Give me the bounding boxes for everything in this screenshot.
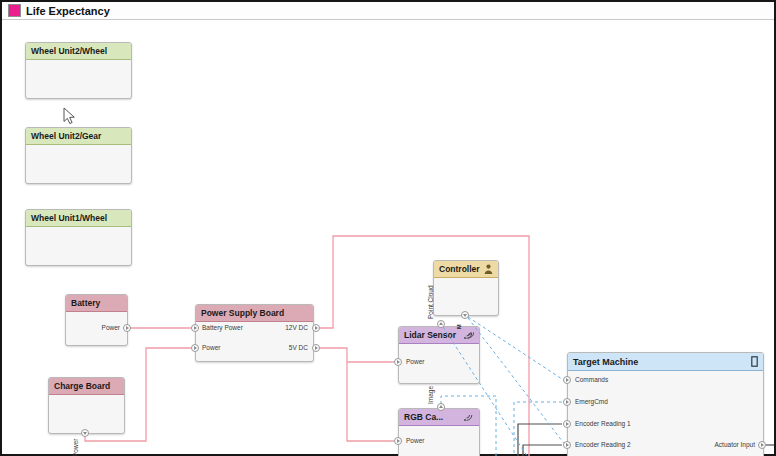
- port-chargeboard-power[interactable]: [81, 429, 89, 437]
- port-label-psb-12vdc: 12V DC: [255, 324, 308, 331]
- port-label-psb-power: Power: [202, 344, 220, 351]
- block-title: Power Supply Board: [201, 308, 284, 318]
- port-tm-actuator[interactable]: [758, 441, 766, 449]
- port-label-rgb-power: Power: [406, 437, 424, 444]
- port-label-tm-encoder2: Encoder Reading 2: [575, 441, 631, 448]
- port-label-tm-actuator: Actuator Input: [695, 441, 755, 448]
- port-psb-power[interactable]: [191, 344, 199, 352]
- component-power-supply-board[interactable]: Power Supply Board: [195, 304, 314, 362]
- block-title: Lidar Sensor: [404, 330, 456, 340]
- component-controller[interactable]: Controller: [433, 260, 499, 316]
- component-lidar-sensor[interactable]: Lidar Sensor: [398, 326, 480, 384]
- port-lidar-power[interactable]: [394, 358, 402, 366]
- port-label-tm-encoder1: Encoder Reading 1: [575, 420, 631, 427]
- port-label-psb-5vdc: 5V DC: [255, 344, 308, 351]
- mouse-cursor: [63, 107, 76, 125]
- block-title: Controller: [439, 264, 480, 274]
- port-label-tm-emergcmd: EmergCmd: [575, 398, 608, 405]
- port-tm-encoder2[interactable]: [563, 441, 571, 449]
- port-lidar-pointcloud[interactable]: [437, 320, 445, 328]
- component-wheel-unit2-wheel[interactable]: Wheel Unit2/Wheel: [25, 42, 132, 99]
- block-title: RGB Ca...: [404, 412, 443, 422]
- port-label-battery-power: Power: [70, 324, 120, 331]
- port-controller-out[interactable]: [461, 311, 469, 319]
- port-label-controller-m: M: [456, 324, 462, 329]
- port-psb-5vdc[interactable]: [312, 344, 320, 352]
- port-battery-power[interactable]: [123, 324, 131, 332]
- wire-encoder1[interactable]: [518, 424, 562, 456]
- port-tm-encoder1[interactable]: [563, 420, 571, 428]
- port-label-lidar-power: Power: [406, 358, 424, 365]
- component-charge-board[interactable]: Charge Board: [48, 377, 125, 434]
- component-battery[interactable]: Battery: [65, 294, 128, 346]
- port-psb-battery-power[interactable]: [191, 324, 199, 332]
- wireless-icon: [463, 413, 474, 422]
- wireless-icon: [463, 331, 474, 340]
- port-label-chargeboard-power: Power: [72, 439, 79, 456]
- diagram-window: Life Expectancy Wheel Unit2/Wheel W: [0, 0, 776, 456]
- target-board-icon: [751, 356, 758, 367]
- port-rgb-image[interactable]: [437, 403, 445, 411]
- port-tm-emergcmd[interactable]: [563, 398, 571, 406]
- component-wheel-unit2-gear[interactable]: Wheel Unit2/Gear: [25, 127, 132, 184]
- block-title: Battery: [71, 298, 100, 308]
- block-title: Wheel Unit1/Wheel: [31, 213, 107, 223]
- port-label-tm-commands: Commands: [575, 376, 608, 383]
- block-title: Charge Board: [54, 381, 110, 391]
- component-rgb-camera[interactable]: RGB Ca...: [398, 408, 480, 456]
- port-label-rgb-image: Image: [427, 386, 434, 404]
- port-psb-12vdc[interactable]: [312, 324, 320, 332]
- port-tm-commands[interactable]: [563, 376, 571, 384]
- block-title: Wheel Unit2/Gear: [31, 131, 101, 141]
- port-rgb-power[interactable]: [394, 437, 402, 445]
- operator-icon: [484, 264, 493, 274]
- port-label-psb-battery-power: Battery Power: [202, 324, 243, 331]
- block-title: Target Machine: [573, 357, 638, 367]
- block-title: Wheel Unit2/Wheel: [31, 46, 107, 56]
- port-label-lidar-pointcloud: Point Cloud: [427, 285, 434, 319]
- component-wheel-unit1-wheel[interactable]: Wheel Unit1/Wheel: [25, 209, 132, 266]
